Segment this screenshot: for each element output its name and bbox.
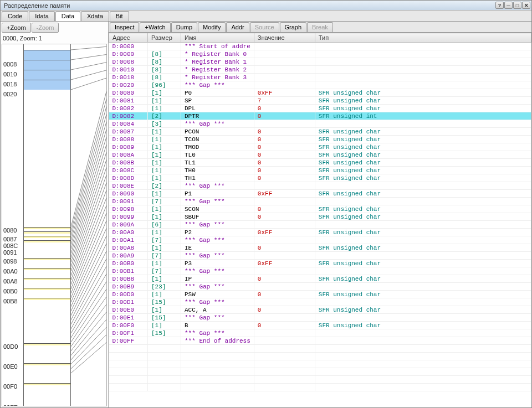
table-row[interactable]: D:00A1[7]*** Gap *** — [109, 236, 531, 244]
table-row[interactable]: D:0082[1]DPL0SFR unsigned char — [109, 105, 531, 112]
table-row[interactable]: D:0000*** Start of addre — [109, 43, 531, 50]
memory-grid[interactable]: АдресРазмерИмяЗначениеТип D:0000*** Star… — [109, 33, 531, 407]
table-row[interactable]: D:00D0[1]PSW0SFR unsigned char — [109, 291, 531, 298]
tab-xdata[interactable]: Xdata — [81, 11, 109, 21]
table-row[interactable]: D:0098[1]SCON0SFR unsigned char — [109, 205, 531, 213]
table-row[interactable]: D:0081[1]SP7SFR unsigned char — [109, 97, 531, 105]
table-row[interactable] — [109, 345, 531, 353]
mem-segment[interactable] — [24, 236, 70, 238]
col-2[interactable]: Имя — [181, 33, 254, 43]
svg-line-15 — [71, 163, 106, 271]
table-row[interactable]: D:008C[1]TH00SFR unsigned char — [109, 167, 531, 174]
table-row[interactable]: D:0089[1]TMOD0SFR unsigned char — [109, 143, 531, 151]
mem-segment[interactable] — [24, 231, 70, 234]
maximize-button[interactable]: □ — [513, 2, 521, 9]
table-row[interactable]: D:00A9[7]*** Gap *** — [109, 252, 531, 260]
table-row[interactable]: D:008B[1]TL10SFR unsigned char — [109, 159, 531, 167]
table-row[interactable]: D:0020[96]*** Gap *** — [109, 81, 531, 89]
close-button[interactable]: ✕ — [522, 2, 530, 9]
table-row[interactable]: D:0008[8]* Register Bank 1 — [109, 58, 531, 66]
table-row[interactable]: D:00F0[1]B0SFR unsigned char — [109, 322, 531, 329]
detail-tab-graph[interactable]: Graph — [280, 22, 307, 32]
zoom-out-button[interactable]: -Zoom — [32, 23, 59, 33]
table-row[interactable]: D:00A0[1]P20xFFSFR unsigned char — [109, 229, 531, 236]
table-row[interactable]: D:0082[2]DPTR0SFR unsigned int — [109, 112, 531, 120]
mem-segment[interactable] — [24, 343, 70, 345]
table-row[interactable]: D:0018[8]* Register Bank 3 — [109, 74, 531, 81]
mem-addr-label: 00A8 — [3, 278, 18, 285]
svg-line-12 — [71, 140, 106, 258]
svg-line-27 — [71, 256, 106, 324]
table-row[interactable]: D:0088[1]TCON0SFR unsigned char — [109, 136, 531, 143]
col-4[interactable]: Тип — [315, 33, 531, 43]
col-1[interactable]: Размер — [148, 33, 181, 43]
col-3[interactable]: Значение — [254, 33, 315, 43]
detail-tab-modify[interactable]: Modify — [198, 22, 226, 32]
mem-segment[interactable] — [24, 240, 70, 242]
zoom-label: 0000, Zoom: 1 — [1, 34, 108, 43]
table-row[interactable]: D:0000[8]* Register Bank 0 — [109, 50, 531, 58]
table-row[interactable]: D:0010[8]* Register Bank 2 — [109, 66, 531, 74]
mem-segment[interactable] — [24, 227, 70, 229]
svg-line-1 — [71, 54, 106, 60]
mem-segment[interactable] — [24, 258, 70, 260]
table-row[interactable]: D:0087[1]PCON0SFR unsigned char — [109, 128, 531, 136]
table-row[interactable]: D:0091[7]*** Gap *** — [109, 198, 531, 205]
detail-tab-addr[interactable]: Addr — [226, 22, 249, 32]
table-row[interactable]: D:00B0[1]P30xFFSFR unsigned char — [109, 260, 531, 267]
table-row[interactable] — [109, 360, 531, 368]
table-row[interactable]: D:00A8[1]IE0SFR unsigned char — [109, 244, 531, 252]
detail-tab-dump[interactable]: Dump — [171, 22, 197, 32]
tab-idata[interactable]: Idata — [29, 11, 54, 21]
mem-segment[interactable] — [24, 298, 70, 300]
tab-data[interactable]: Data — [55, 11, 80, 21]
table-row[interactable]: D:008A[1]TL00SFR unsigned char — [109, 151, 531, 159]
table-row[interactable] — [109, 353, 531, 360]
svg-line-8 — [71, 109, 106, 240]
table-row[interactable]: D:0099[1]SBUF0SFR unsigned char — [109, 213, 531, 221]
mem-segment[interactable] — [24, 288, 70, 290]
table-row[interactable]: D:00E1[15]*** Gap *** — [109, 314, 531, 322]
mem-segment[interactable] — [24, 268, 70, 270]
svg-line-14 — [71, 155, 106, 267]
table-row[interactable]: D:0090[1]P10xFFSFR unsigned char — [109, 190, 531, 198]
table-row[interactable]: D:008E[2]*** Gap *** — [109, 182, 531, 190]
table-row[interactable]: D:008D[1]TH10SFR unsigned char — [109, 174, 531, 182]
detail-tab-inspect[interactable]: Inspect — [110, 22, 139, 32]
memory-map-window: Распределение памяти ? ─ □ ✕ CodeIdataDa… — [0, 0, 532, 408]
mem-segment[interactable] — [24, 80, 70, 90]
mem-segment[interactable] — [24, 278, 70, 280]
tab-bit[interactable]: Bit — [110, 11, 129, 21]
mem-addr-label: 0010 — [3, 71, 17, 78]
detail-tab-watch[interactable]: +Watch — [140, 22, 170, 32]
mem-segment[interactable] — [24, 363, 70, 365]
svg-line-26 — [71, 248, 106, 320]
table-row[interactable]: D:00B1[7]*** Gap *** — [109, 267, 531, 275]
mem-segment[interactable] — [24, 70, 70, 80]
mem-segment[interactable] — [24, 60, 70, 70]
mem-segment[interactable] — [24, 383, 70, 385]
svg-line-6 — [71, 93, 106, 231]
table-row[interactable]: D:00B8[1]IP0SFR unsigned char — [109, 275, 531, 283]
col-0[interactable]: Адрес — [109, 33, 148, 43]
tab-code[interactable]: Code — [2, 11, 28, 21]
table-row[interactable]: D:00E0[1]ACC, A0SFR unsigned char — [109, 306, 531, 314]
table-row[interactable] — [109, 384, 531, 391]
table-row[interactable]: D:00B9[23]*** Gap *** — [109, 283, 531, 291]
table-row[interactable] — [109, 368, 531, 376]
table-row[interactable]: D:00D1[15]*** Gap *** — [109, 298, 531, 306]
zoom-in-button[interactable]: +Zoom — [2, 23, 31, 33]
table-row[interactable]: D:0080[1]P00xFFSFR unsigned char — [109, 89, 531, 97]
table-row[interactable]: D:009A[6]*** Gap *** — [109, 221, 531, 229]
table-row[interactable]: D:00F1[15]*** Gap *** — [109, 329, 531, 337]
table-row[interactable]: D:0084[3]*** Gap *** — [109, 120, 531, 128]
detail-panel: Inspect+WatchDumpModifyAddrSourceGraphBr… — [109, 22, 531, 407]
minimize-button[interactable]: ─ — [504, 2, 513, 9]
mem-addr-label: 0020 — [3, 91, 17, 97]
mem-segment[interactable] — [24, 50, 70, 60]
svg-line-3 — [71, 70, 106, 80]
table-row[interactable] — [109, 376, 531, 384]
help-button[interactable]: ? — [495, 2, 504, 9]
memory-map-canvas[interactable]: 000800100018002000800087008C0091009800A0… — [2, 44, 107, 406]
table-row[interactable]: D:00FF*** End of address — [109, 337, 531, 345]
